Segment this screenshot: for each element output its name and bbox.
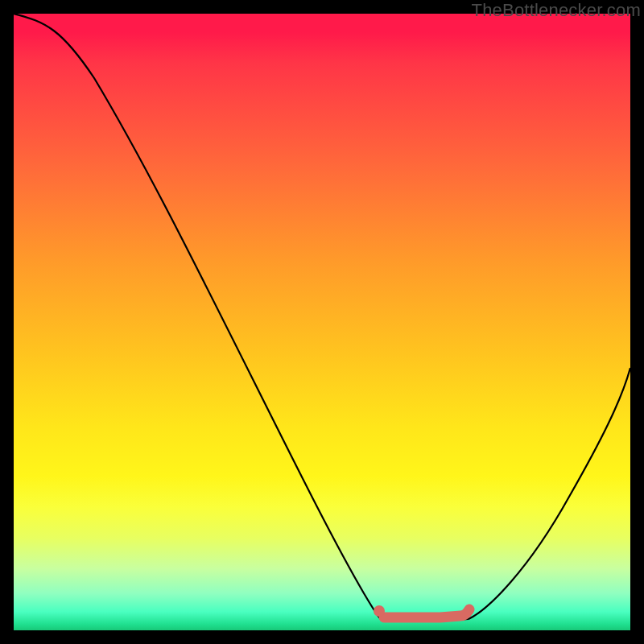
right-ascending-curve	[469, 368, 630, 619]
left-descending-curve	[14, 14, 381, 619]
watermark-text: TheBottlenecker.com	[472, 0, 641, 21]
chart-frame	[14, 14, 630, 630]
optimal-marker-dot	[374, 605, 385, 617]
optimal-marker-line	[384, 609, 469, 617]
chart-svg	[14, 14, 630, 630]
